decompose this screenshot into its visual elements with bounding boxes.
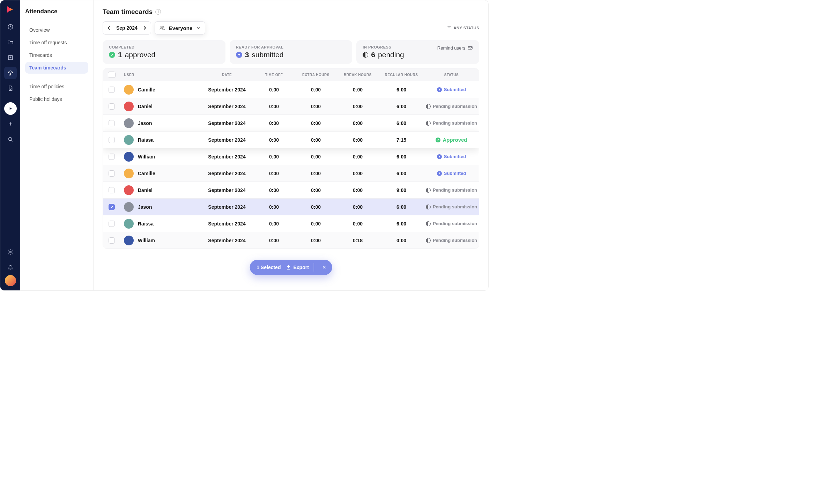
table-row[interactable]: RaissaSeptember 20240:000:000:007:15Appr… xyxy=(103,131,479,148)
timecards-table: USER DATE TIME OFF EXTRA HOURS BREAK HOU… xyxy=(103,68,479,249)
sidebar-item-public-holidays[interactable]: Public holidays xyxy=(25,93,88,105)
table-row[interactable]: DanielSeptember 20240:000:000:009:00Pend… xyxy=(103,181,479,198)
upload-icon xyxy=(437,154,442,159)
cell-regular: 6:00 xyxy=(379,120,424,126)
status-badge: Submitted xyxy=(424,87,479,92)
avatar xyxy=(124,169,134,178)
row-checkbox[interactable] xyxy=(109,137,115,143)
mail-icon xyxy=(467,45,473,51)
cell-break: 0:18 xyxy=(337,238,379,243)
export-button[interactable]: Export xyxy=(285,265,309,270)
status-label: Pending submission xyxy=(433,238,477,243)
table-row[interactable]: DanielSeptember 20240:000:000:006:00Pend… xyxy=(103,98,479,114)
row-checkbox[interactable] xyxy=(109,204,115,210)
user-name: Daniel xyxy=(138,104,153,109)
cell-break: 0:00 xyxy=(337,137,379,143)
summary-ready-word: submitted xyxy=(252,51,283,59)
info-icon[interactable]: i xyxy=(155,9,161,15)
svg-point-5 xyxy=(163,27,164,28)
cell-regular: 6:00 xyxy=(379,87,424,92)
month-next-button[interactable] xyxy=(142,25,148,31)
sidebar-item-time-off-requests[interactable]: Time off requests xyxy=(25,37,88,49)
cell-break: 0:00 xyxy=(337,154,379,160)
remind-users-button[interactable]: Remind users xyxy=(437,45,473,51)
status-badge: Submitted xyxy=(424,154,479,159)
row-checkbox[interactable] xyxy=(109,187,115,193)
table-row[interactable]: JasonSeptember 20240:000:000:006:00Pendi… xyxy=(103,198,479,215)
status-label: Pending submission xyxy=(433,120,477,126)
row-checkbox[interactable] xyxy=(109,87,115,93)
cell-regular: 6:00 xyxy=(379,204,424,210)
col-break: BREAK HOURS xyxy=(337,73,379,77)
cell-extra: 0:00 xyxy=(295,171,337,176)
cell-break: 0:00 xyxy=(337,171,379,176)
select-all-checkbox[interactable] xyxy=(108,72,116,78)
col-user: USER xyxy=(120,73,201,77)
scope-dropdown[interactable]: Everyone xyxy=(155,21,206,35)
nav-bell-icon[interactable] xyxy=(4,261,17,274)
status-label: Pending submission xyxy=(433,104,477,109)
user-avatar[interactable] xyxy=(5,275,16,286)
page-title: Team timecards xyxy=(103,8,153,16)
row-checkbox[interactable] xyxy=(109,154,115,160)
nav-clock-icon[interactable] xyxy=(4,21,17,33)
table-row[interactable]: CamilleSeptember 20240:000:000:006:00Sub… xyxy=(103,81,479,98)
summary-ready-card: READY FOR APPROVAL 3 submitted xyxy=(230,40,353,64)
half-circle-icon xyxy=(426,104,431,109)
nav-umbrella-icon[interactable] xyxy=(4,67,17,79)
row-checkbox[interactable] xyxy=(109,103,115,110)
sidebar: Attendance OverviewTime off requestsTime… xyxy=(20,0,94,290)
user-name: William xyxy=(138,154,155,160)
close-pill-button[interactable] xyxy=(319,262,329,273)
nav-folder-icon[interactable] xyxy=(4,36,17,49)
row-checkbox[interactable] xyxy=(109,170,115,177)
summary-ready-count: 3 xyxy=(245,51,249,59)
summary-ready-label: READY FOR APPROVAL xyxy=(236,45,346,49)
sidebar-item-team-timecards[interactable]: Team timecards xyxy=(25,62,88,74)
status-label: Submitted xyxy=(444,87,466,92)
table-row[interactable]: WilliamSeptember 20240:000:000:180:00Pen… xyxy=(103,232,479,249)
row-checkbox[interactable] xyxy=(109,120,115,126)
half-circle-icon xyxy=(426,221,431,226)
nav-download-icon[interactable] xyxy=(4,51,17,64)
cell-extra: 0:00 xyxy=(295,87,337,92)
sidebar-item-timecards[interactable]: Timecards xyxy=(25,49,88,61)
avatar xyxy=(124,85,134,95)
any-status-filter[interactable]: ANY STATUS xyxy=(447,25,479,30)
row-checkbox[interactable] xyxy=(109,237,115,244)
sidebar-item-overview[interactable]: Overview xyxy=(25,24,88,36)
cell-extra: 0:00 xyxy=(295,104,337,109)
cell-break: 0:00 xyxy=(337,120,379,126)
row-checkbox[interactable] xyxy=(109,221,115,227)
table-row[interactable]: CamilleSeptember 20240:000:000:006:00Sub… xyxy=(103,165,479,181)
sidebar-item-time-off-policies[interactable]: Time off policies xyxy=(25,81,88,92)
nav-play-button[interactable] xyxy=(4,102,17,115)
svg-point-3 xyxy=(9,251,11,253)
table-row[interactable]: RaissaSeptember 20240:000:000:006:00Pend… xyxy=(103,215,479,232)
month-picker: Sep 2024 xyxy=(103,21,151,35)
avatar xyxy=(124,219,134,229)
cell-timeoff: 0:00 xyxy=(253,171,295,176)
nav-add-icon[interactable] xyxy=(4,118,17,130)
chevron-down-icon xyxy=(196,25,201,30)
filter-icon xyxy=(447,25,452,30)
cell-break: 0:00 xyxy=(337,204,379,210)
cell-regular: 6:00 xyxy=(379,221,424,227)
avatar xyxy=(124,185,134,195)
avatar xyxy=(124,118,134,128)
half-circle-icon xyxy=(426,205,431,209)
status-badge: Pending submission xyxy=(424,221,479,226)
cell-regular: 6:00 xyxy=(379,154,424,160)
table-row[interactable]: WilliamSeptember 20240:000:000:006:00Sub… xyxy=(103,148,479,165)
table-row[interactable]: JasonSeptember 20240:000:000:006:00Pendi… xyxy=(103,114,479,131)
summary-progress-word: pending xyxy=(378,51,404,59)
nav-file-icon[interactable] xyxy=(4,82,17,95)
status-label: Approved xyxy=(443,137,467,143)
col-extra: EXTRA HOURS xyxy=(295,73,337,77)
month-prev-button[interactable] xyxy=(106,25,112,31)
nav-gear-icon[interactable] xyxy=(4,246,17,258)
scope-label: Everyone xyxy=(169,25,193,31)
selection-count: 1 Selected xyxy=(257,265,281,270)
nav-search-icon[interactable] xyxy=(4,133,17,146)
half-circle-icon xyxy=(426,238,431,243)
